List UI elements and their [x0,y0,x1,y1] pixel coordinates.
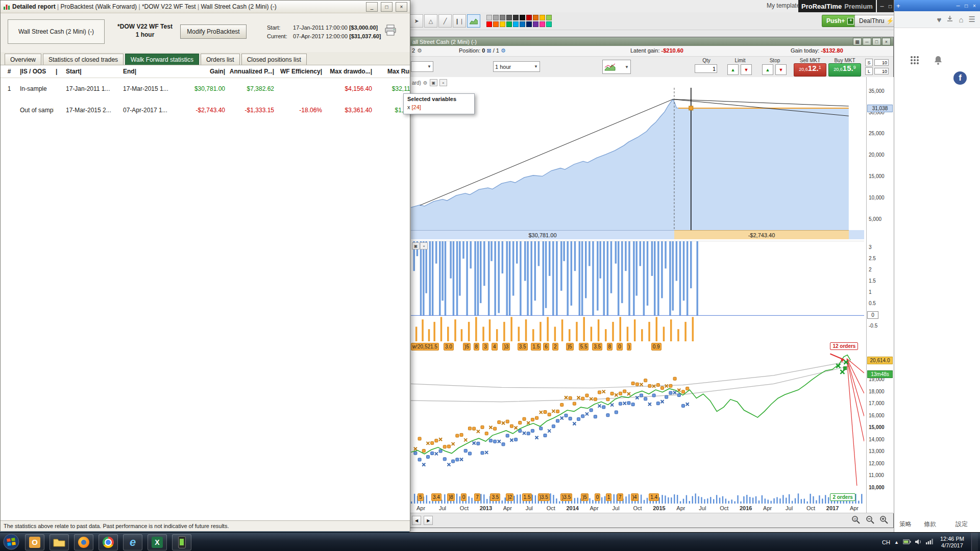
taskbar-app-outlook[interactable]: O [25,534,44,550]
modify-probacktest-button[interactable]: Modify ProBacktest [180,24,247,39]
price-axis-column[interactable]: 35,00030,00025,00020,00015,00010,0005,00… [866,77,894,513]
report-minimize-button[interactable]: _ [366,2,378,12]
chinese-link[interactable]: 策略 [899,520,912,529]
sell-limit-icon[interactable]: ▼ [741,64,752,75]
color-swatch[interactable] [506,15,512,20]
timeframe-select[interactable]: 1 hour▼ [493,61,540,72]
left-combo-stub[interactable]: ▼ [411,61,433,72]
language-indicator[interactable]: CH [882,539,890,545]
color-swatch[interactable] [526,21,532,27]
scroll-left-button[interactable]: ◀ [412,516,421,525]
color-swatch[interactable] [526,15,532,20]
taskbar-app-phone[interactable] [172,534,191,550]
start-button[interactable] [3,534,19,551]
candlestick-icon[interactable]: ❙❘ [453,14,466,28]
buy-limit-icon[interactable]: ▲ [727,64,739,75]
chinese-link[interactable]: 條款 [924,520,936,529]
triangle-icon[interactable]: △ [424,14,437,28]
network-icon[interactable] [926,539,933,545]
my-template-label[interactable]: My template [767,2,800,9]
gear-icon[interactable]: ⚙ [417,47,422,54]
taskbar-app-excel[interactable]: X [148,534,167,550]
close-position-icon[interactable]: ⊠ [486,47,491,54]
tab-overview[interactable]: Overview [5,54,41,65]
indicator-histogram-panel[interactable]: ▣ × [411,241,864,341]
color-swatch[interactable] [533,15,538,20]
new-tab-icon[interactable]: + [896,2,900,10]
tab-closed-positions-list[interactable]: Closed positions list [241,54,307,65]
position-gear-icon[interactable]: ⚙ [501,47,506,54]
tab-statistics-of-closed-trades[interactable]: Statistics of closed trades [43,54,124,65]
tab-walk-forward-statistics[interactable]: Walk Forward statistics [125,54,199,65]
browser-titlebar[interactable]: + ─ □ × [894,0,980,11]
browser-close-button[interactable]: × [970,2,978,9]
color-swatch[interactable] [546,15,552,20]
hist-expand-icon[interactable]: ▣ [412,242,420,249]
browser-minimize-button[interactable]: ─ [954,2,962,9]
printer-icon[interactable] [384,24,397,37]
zoom-mode-icon[interactable]: Q [851,515,861,524]
tab-orders-list[interactable]: Orders list [201,54,240,65]
download-icon[interactable] [946,15,953,24]
panel-expand-icon[interactable]: ▣ [430,79,437,86]
taskbar-app-chrome[interactable] [99,534,118,550]
show-desktop-button[interactable] [971,533,978,551]
color-swatch[interactable] [506,21,512,27]
color-swatch[interactable] [546,21,552,27]
push-plus-button[interactable]: Push+ + [822,15,859,27]
app-maximize-button[interactable]: □ [887,3,894,10]
s-input[interactable] [874,59,889,66]
scroll-right-button[interactable]: ▶ [424,516,433,525]
zoom-in-icon[interactable] [879,515,889,524]
color-swatch[interactable] [540,21,545,27]
color-swatch[interactable] [500,21,505,27]
chart-close-button[interactable]: × [882,38,891,45]
taskbar-clock[interactable]: 12:46 PM 4/7/2017 [937,536,967,549]
wrench-icon[interactable]: ⚙ [423,80,428,86]
zoom-out-icon[interactable] [866,515,875,524]
color-swatch[interactable] [486,15,492,20]
color-swatch[interactable] [533,21,538,27]
color-swatch[interactable] [500,15,505,20]
volume-icon[interactable] [915,539,922,546]
panel-close-icon[interactable]: × [439,79,447,86]
color-swatch[interactable] [520,21,525,27]
table-row[interactable]: Out of sample17-Mar-2015 2...07-Apr-2017… [1,99,410,121]
hist-close-icon[interactable]: × [420,242,428,249]
sell-stop-icon[interactable]: ▼ [775,64,787,75]
area-chart-icon[interactable] [467,14,480,28]
sell-mkt-button[interactable]: 20,612.1 [794,63,826,77]
pointer-icon[interactable]: ➤ [410,14,423,28]
battery-icon[interactable] [903,539,911,545]
color-swatch[interactable] [513,21,519,27]
chinese-link[interactable]: 設定 [955,520,968,529]
chart-window-titlebar[interactable]: all Street Cash (2 Mini) (-) ▦ ─ □ × [410,37,893,46]
taskbar-app-folder[interactable] [50,534,69,550]
apps-grid-icon[interactable] [910,55,920,67]
app-minimize-button[interactable]: ─ [878,3,886,10]
heart-icon[interactable]: ♥ [937,15,942,24]
color-swatch[interactable] [540,15,545,20]
equity-curve-panel[interactable] [411,88,864,230]
color-swatch[interactable] [513,15,519,20]
taskbar-app-ie[interactable]: e [123,534,142,550]
table-row[interactable]: 1In-sample17-Jan-2011 1...17-Mar-2015 1.… [1,78,410,100]
bell-icon[interactable] [933,55,943,67]
keypad-icon[interactable]: ▦ [853,38,862,45]
home-icon[interactable]: ⌂ [959,15,963,24]
trendline-icon[interactable]: ╱ [438,14,452,28]
report-maximize-button[interactable]: □ [381,2,393,12]
taskbar-app-firefox[interactable] [74,534,93,550]
instrument-box[interactable]: Wall Street Cash (2 Mini) (-) [8,19,105,44]
browser-maximize-button[interactable]: □ [962,2,970,9]
color-swatch[interactable] [493,21,499,27]
tray-expand-icon[interactable]: ▲ [894,540,899,545]
chart-maximize-button[interactable]: □ [872,38,881,45]
buy-mkt-button[interactable]: 20,615.9 [828,63,861,77]
chart-style-button[interactable]: ▼ [602,60,631,74]
menu-icon[interactable]: ☰ [969,15,975,24]
buy-stop-icon[interactable]: ▲ [762,64,773,75]
color-swatch[interactable] [486,21,492,27]
dealthru-button[interactable]: DealThru ⚡ [854,15,898,27]
color-swatch[interactable] [520,15,525,20]
